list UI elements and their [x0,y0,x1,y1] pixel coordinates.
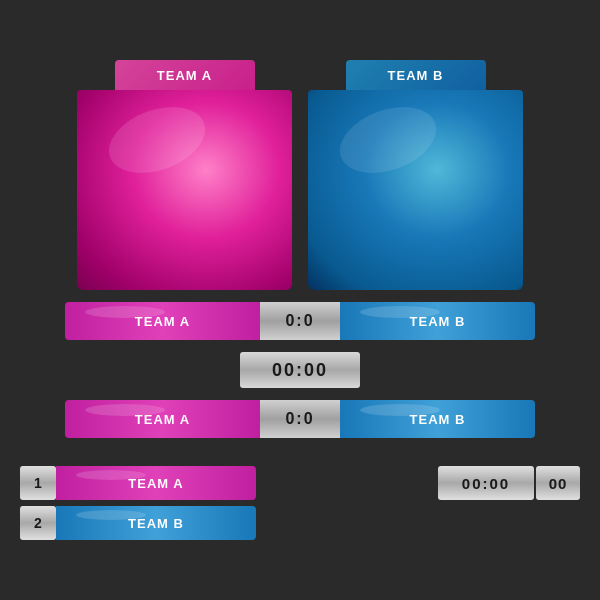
ticker-num-2: 2 [20,506,56,540]
ticker-name-b-label: TEAM B [128,516,184,531]
timer-display-1: 00:00 [240,352,360,388]
top-banners: TEAM A TEAM B [20,60,580,290]
team-a-banner: TEAM A [77,60,292,290]
team-b-score-label: TEAM B [410,314,466,329]
ticker-name-b: TEAM B [56,506,256,540]
score-display-2: 0:0 [260,400,340,438]
score-value-2: 0:0 [285,410,314,428]
score-value-1: 0:0 [285,312,314,330]
ticker-extra-1: 00 [536,466,580,500]
team-b-score-label-2: TEAM B [410,412,466,427]
ticker-timer-1-value: 00:00 [462,475,510,492]
ticker-name-a: TEAM A [56,466,256,500]
team-a-score-bar: TEAM A [65,302,260,340]
team-a-banner-tab: TEAM A [115,60,255,90]
team-b-banner: TEAM B [308,60,523,290]
ticker-row-2: 2 TEAM B [20,506,580,540]
score-display-1: 0:0 [260,302,340,340]
ticker-extra-1-value: 00 [549,475,568,492]
score-row-2: TEAM A 0:0 TEAM B [20,400,580,438]
ticker-row-1: 1 TEAM A 00:00 00 [20,466,580,500]
ticker-section: 1 TEAM A 00:00 00 2 TEAM B [20,466,580,540]
team-b-banner-tab: TEAM B [346,60,486,90]
main-container: TEAM A TEAM B TEAM A 0:0 TEAM B 00:00 [20,60,580,540]
team-b-banner-body [308,90,523,290]
timer-value-1: 00:00 [272,360,328,381]
ticker-name-a-label: TEAM A [128,476,183,491]
ticker-num-1-value: 1 [34,475,42,491]
team-a-score-label: TEAM A [135,314,190,329]
team-a-score-bar-2: TEAM A [65,400,260,438]
ticker-timer-group: 00:00 00 [438,466,580,500]
team-a-banner-label: TEAM A [157,68,212,83]
ticker-num-1: 1 [20,466,56,500]
team-a-score-label-2: TEAM A [135,412,190,427]
team-b-score-bar-2: TEAM B [340,400,535,438]
team-a-banner-body [77,90,292,290]
team-b-score-bar: TEAM B [340,302,535,340]
ticker-timer-1: 00:00 [438,466,534,500]
timer-row-1: 00:00 [20,352,580,388]
score-row-1: TEAM A 0:0 TEAM B [20,302,580,340]
team-b-banner-label: TEAM B [388,68,444,83]
ticker-num-2-value: 2 [34,515,42,531]
